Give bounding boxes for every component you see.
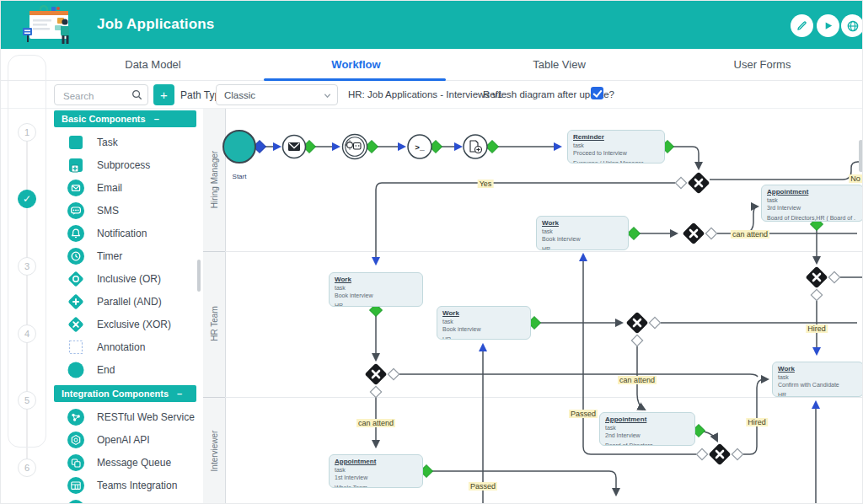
publish-globe-icon xyxy=(846,19,860,33)
stepper-step-6[interactable]: 6 xyxy=(18,458,36,477)
task-box-appointment-2nd[interactable]: Appointment task 2nd Interview Board of … xyxy=(599,412,695,446)
script-terminal-node[interactable]: >_ xyxy=(408,135,432,158)
palette-item-teams[interactable]: Teams Integration xyxy=(51,474,203,496)
play-icon xyxy=(822,19,834,32)
annotation-icon xyxy=(67,338,85,357)
palette-item-subprocess[interactable]: Subprocess xyxy=(51,153,203,176)
edge-label-can-attend-2: can attend xyxy=(618,376,657,384)
palette-item-email[interactable]: Email xyxy=(51,176,203,199)
collapse-minus-icon: – xyxy=(177,389,182,399)
notification-bell-icon xyxy=(67,224,85,243)
edge-label-hired-2: Hired xyxy=(746,418,768,426)
exclusive-xor-icon xyxy=(67,315,85,334)
edge-label-can-attend-1: can attend xyxy=(731,230,769,239)
sms-icon xyxy=(67,201,85,220)
palette-item-openai[interactable]: OpenAI API xyxy=(51,428,203,451)
palette-item-notification[interactable]: Notification xyxy=(51,222,203,244)
add-path-button[interactable]: + xyxy=(153,84,174,105)
stepper-step-5[interactable]: 5 xyxy=(18,391,36,410)
palette-item-google[interactable]: Google Integration xyxy=(51,496,203,504)
tab-table-view[interactable]: Table View xyxy=(458,49,661,80)
palette-scrollbar[interactable] xyxy=(197,260,201,292)
inclusive-or-icon xyxy=(67,270,85,288)
stepper-step-2-done[interactable]: ✓ xyxy=(18,190,36,208)
chevron-down-icon xyxy=(324,92,331,99)
stepper-rail xyxy=(26,132,28,468)
palette-item-inclusive-or[interactable]: Inclusive (OR) xyxy=(51,267,203,290)
run-play-button[interactable] xyxy=(817,14,839,37)
task-box-work-book-interview-hm[interactable]: Work task Book interview HR xyxy=(536,216,629,250)
edge-label-can-attend-3: can attend xyxy=(356,419,395,427)
edit-pencil-button[interactable] xyxy=(791,14,813,37)
component-palette: Basic Components – Task Subprocess Email… xyxy=(51,109,203,504)
email-node[interactable] xyxy=(283,136,306,158)
search-input[interactable] xyxy=(62,86,136,105)
search-box xyxy=(54,84,148,105)
start-node[interactable] xyxy=(223,131,255,163)
tab-workflow[interactable]: Workflow xyxy=(255,49,458,80)
lane-label-hr-team: HR Team xyxy=(210,306,219,341)
task-box-appointment-1st[interactable]: Appointment task 1st Interview Whole Tea… xyxy=(329,454,423,488)
tab-data-model[interactable]: Data Model xyxy=(51,49,255,80)
section-title: Basic Components xyxy=(62,114,146,124)
wizard-stepper: 1 ✓ 3 4 5 6 xyxy=(8,55,46,448)
email-icon xyxy=(67,179,85,197)
task-box-work-book-interview-b[interactable]: Work task Book interview HR xyxy=(437,306,531,340)
active-tab-underline xyxy=(264,78,446,81)
task-box-reminder[interactable]: Reminder task Proceed to Interview Every… xyxy=(567,130,665,164)
palette-item-annotation[interactable]: Annotation xyxy=(51,335,203,358)
page-title: Job Applications xyxy=(97,16,215,33)
task-icon xyxy=(67,133,85,152)
workflow-canvas[interactable]: Hiring Manager HR Team Interviewer xyxy=(203,109,863,504)
path-type-select[interactable]: Classic xyxy=(216,84,338,105)
palette-item-end[interactable]: End xyxy=(51,358,203,381)
publish-globe-button[interactable] xyxy=(841,14,863,37)
workflow-toolbar: + Path Type Classic HR: Job Applications… xyxy=(1,82,863,109)
edge-label-no: No xyxy=(849,174,862,183)
section-basic-components[interactable]: Basic Components – xyxy=(54,110,196,127)
app-header: Job Applications xyxy=(1,1,863,49)
google-icon xyxy=(67,499,85,504)
bot-service-node[interactable] xyxy=(343,135,367,159)
edge-label-hired-1: Hired xyxy=(806,324,828,333)
task-box-work-confirm-candidate[interactable]: Work task Confirm with Candidate HR xyxy=(772,362,863,397)
stepper-step-4[interactable]: 4 xyxy=(18,324,36,343)
edge-label-passed-1: Passed xyxy=(569,410,598,418)
palette-item-exclusive-xor[interactable]: Exclusive (XOR) xyxy=(51,313,203,335)
document-plus-node[interactable] xyxy=(464,135,487,158)
palette-item-message-queue[interactable]: Message Queue xyxy=(51,451,203,474)
tab-user-forms[interactable]: User Forms xyxy=(661,49,863,80)
lane-label-interviewer: Interviewer xyxy=(210,430,219,472)
canvas-scrollbar[interactable] xyxy=(859,140,863,172)
message-queue-icon xyxy=(67,453,85,472)
workflow-editor-app: Job Applications Data Model Workflow Tab… xyxy=(0,0,863,504)
edit-pencil-icon xyxy=(796,19,808,32)
timer-clock-icon xyxy=(67,247,85,265)
path-type-value: Classic xyxy=(224,90,255,100)
restful-web-service-icon xyxy=(67,408,85,426)
palette-item-sms[interactable]: SMS xyxy=(51,199,203,222)
end-icon xyxy=(67,361,85,379)
palette-item-restful[interactable]: RESTful Web Service xyxy=(51,405,203,428)
section-integration-components[interactable]: Integration Components – xyxy=(54,385,196,402)
edge-label-passed-2: Passed xyxy=(469,482,497,491)
email-icon xyxy=(288,142,300,151)
lane-label-hiring-manager: Hiring Manager xyxy=(210,150,219,208)
palette-item-parallel-and[interactable]: Parallel (AND) xyxy=(51,290,203,313)
app-logo xyxy=(18,3,83,47)
refresh-diagram-checkbox[interactable] xyxy=(591,87,603,99)
workflow-diagram-svg: Hiring Manager HR Team Interviewer xyxy=(203,109,863,504)
teams-icon xyxy=(67,476,85,495)
stepper-step-1[interactable]: 1 xyxy=(18,123,36,142)
task-box-work-book-interview-a[interactable]: Work task Book interview HR xyxy=(329,272,423,307)
section-title: Integration Components xyxy=(62,389,169,399)
collapse-minus-icon: – xyxy=(154,114,159,124)
subprocess-icon xyxy=(67,156,85,174)
terminal-icon: >_ xyxy=(415,143,425,153)
diagram-title: HR: Job Applications - Interviews v1 xyxy=(348,89,502,99)
palette-item-timer[interactable]: Timer xyxy=(51,244,203,267)
search-icon xyxy=(131,89,142,100)
palette-item-task[interactable]: Task xyxy=(51,131,203,153)
task-box-appointment-3rd[interactable]: Appointment task 3rd Interview Board of … xyxy=(761,185,863,222)
stepper-step-3[interactable]: 3 xyxy=(18,257,36,276)
